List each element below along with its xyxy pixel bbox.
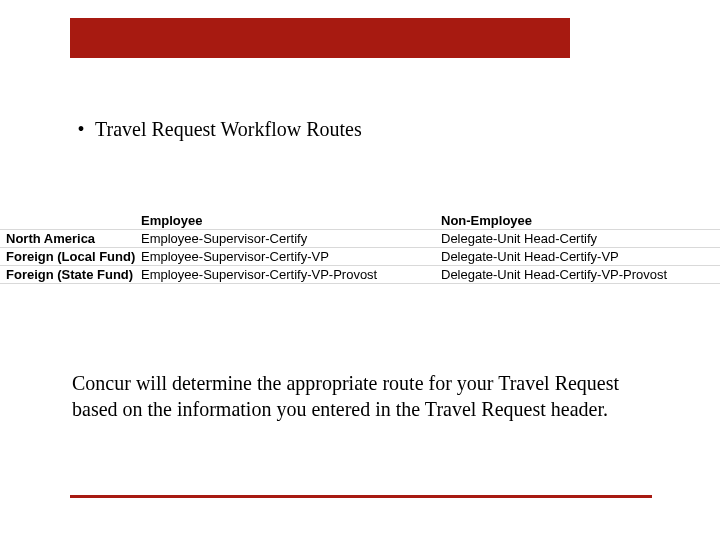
slide: • Travel Request Workflow Routes Employe… <box>0 0 720 540</box>
row-label: Foreign (Local Fund) <box>0 248 135 266</box>
table-row: Foreign (State Fund) Employee-Supervisor… <box>0 266 720 284</box>
table-header-row: Employee Non-Employee <box>0 212 720 230</box>
bullet-marker: • <box>72 116 90 142</box>
cell-employee: Employee-Supervisor-Certify-VP-Provost <box>135 266 435 284</box>
bullet-text: Travel Request Workflow Routes <box>95 116 362 142</box>
cell-nonemployee: Delegate-Unit Head-Certify <box>435 230 720 248</box>
table-row: North America Employee-Supervisor-Certif… <box>0 230 720 248</box>
cell-employee: Employee-Supervisor-Certify-VP <box>135 248 435 266</box>
footer-rule <box>70 495 652 498</box>
row-label: Foreign (State Fund) <box>0 266 135 284</box>
cell-employee: Employee-Supervisor-Certify <box>135 230 435 248</box>
table-row: Foreign (Local Fund) Employee-Supervisor… <box>0 248 720 266</box>
routes-table: Employee Non-Employee North America Empl… <box>0 212 720 284</box>
table-header-employee: Employee <box>135 212 435 230</box>
table-header-nonemployee: Non-Employee <box>435 212 720 230</box>
row-label: North America <box>0 230 135 248</box>
body-paragraph: Concur will determine the appropriate ro… <box>72 370 637 422</box>
table-header-blank <box>0 212 135 230</box>
header-bar <box>70 18 570 58</box>
routes-table-wrap: Employee Non-Employee North America Empl… <box>0 212 720 284</box>
cell-nonemployee: Delegate-Unit Head-Certify-VP <box>435 248 720 266</box>
bullet-item: • Travel Request Workflow Routes <box>72 116 660 142</box>
cell-nonemployee: Delegate-Unit Head-Certify-VP-Provost <box>435 266 720 284</box>
